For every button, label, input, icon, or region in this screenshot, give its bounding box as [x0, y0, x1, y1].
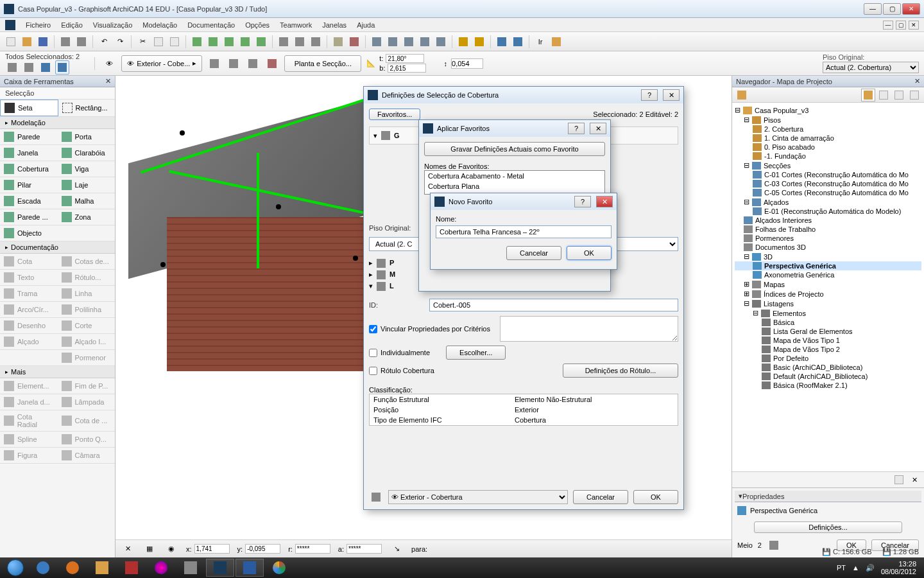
tool-cota[interactable]: Cota [0, 254, 58, 269]
fav-item-0[interactable]: Cobertura Acabamento - Metal [425, 171, 604, 181]
tb-tool-5[interactable] [254, 35, 268, 49]
tb-render[interactable] [511, 35, 525, 49]
menu-ajuda[interactable]: Ajuda [352, 19, 380, 31]
tool-clarabia[interactable]: Clarabóia [58, 145, 116, 161]
prop-toggle[interactable] [767, 538, 781, 552]
ib-mode-1[interactable] [207, 57, 221, 71]
dlg-settings-close[interactable]: ✕ [663, 89, 680, 101]
tree-list-item[interactable]: Default (ArchiCAD_Biblioteca) [735, 372, 921, 381]
sb-x[interactable] [194, 544, 230, 554]
sb-arrow-icon[interactable]: ↘ [389, 542, 404, 556]
tree-section[interactable]: C-03 Cortes (Reconstrução Automática do … [735, 179, 921, 188]
tool-linha[interactable]: Linha [58, 286, 116, 301]
gravar-favorito-button[interactable]: Gravar Definições Actuais como Favorito [424, 142, 605, 156]
ib-mode-3[interactable] [246, 57, 260, 71]
tb-undo[interactable]: ↶ [97, 35, 111, 49]
tree-3d[interactable]: ⊟3D [735, 252, 921, 261]
tb-new[interactable] [4, 35, 18, 49]
dlg-settings-help[interactable]: ? [641, 89, 658, 101]
tree-section[interactable]: C-01 Cortes (Reconstrução Automática do … [735, 170, 921, 179]
tree-floor[interactable]: 0. Piso acabado [735, 143, 921, 152]
mdi-minimize[interactable]: — [883, 21, 893, 30]
tb-tool-2[interactable] [206, 35, 220, 49]
vinc-checkbox[interactable] [369, 325, 377, 333]
cat-documentacao[interactable]: Documentação [0, 241, 115, 254]
task-ie[interactable] [29, 559, 57, 577]
tree-list-item[interactable]: Lista Geral de Elementos [735, 327, 921, 336]
tree-elevation[interactable]: E-01 (Reconstrução Automática do Modelo) [735, 207, 921, 216]
tool-janela[interactable]: Janela [0, 145, 58, 161]
tree-list-item[interactable]: Mapa de Vãos Tipo 1 [735, 336, 921, 345]
tool-trama[interactable]: Trama [0, 286, 58, 301]
task-word[interactable] [235, 559, 264, 577]
tool-aladoi[interactable]: Alçado I... [58, 334, 116, 349]
new-ok[interactable]: OK [567, 246, 612, 260]
tool-rtulo[interactable]: Rótulo... [58, 270, 116, 285]
tb-pen[interactable] [347, 35, 361, 49]
dlg-new-help[interactable]: ? [574, 196, 591, 207]
nav-bottom-1[interactable] [892, 473, 906, 486]
tool-polilinha[interactable]: Polilinha [58, 302, 116, 317]
ib-eye-icon[interactable]: 👁 [102, 57, 116, 71]
tool-porta[interactable]: Porta [58, 129, 116, 144]
class-row[interactable]: Função EstruturalElemento Não-Estrutural [370, 394, 678, 405]
tree-section[interactable]: C-05 Cortes (Reconstrução Automática do … [735, 188, 921, 197]
ib-mode-4[interactable] [265, 57, 279, 71]
offset-input[interactable] [451, 58, 483, 69]
tool-corte[interactable]: Corte [58, 318, 116, 333]
tree-floor[interactable]: 2. Cobertura [735, 125, 921, 134]
indiv-checkbox[interactable] [369, 349, 377, 357]
tree-list-item[interactable]: Por Defeito [735, 354, 921, 363]
menu-ficheiro[interactable]: Ficheiro [21, 19, 56, 31]
tree-folhas[interactable]: Folhas de Trabalho [735, 225, 921, 234]
settings-ok[interactable]: OK [633, 490, 678, 504]
tree-perspectiva[interactable]: Perspectiva Genérica [735, 261, 921, 270]
nav-tab-1[interactable] [861, 89, 875, 101]
favoritos-button[interactable]: Favoritos... [369, 109, 420, 120]
sb-snap-icon[interactable]: ◉ [164, 542, 178, 556]
tool-pormenor[interactable]: Pormenor [58, 350, 116, 365]
sb-a[interactable] [346, 544, 382, 554]
tb-save[interactable] [36, 35, 50, 49]
tool-parede[interactable]: Parede [0, 129, 58, 144]
tb-misc-c[interactable] [402, 35, 416, 49]
tray-clock[interactable]: 13:28 08/08/2012 [881, 560, 916, 575]
navigator-tree[interactable]: ⊟Casa Popular_v3 ⊟Pisos 2. Cobertura1. C… [732, 103, 924, 471]
minimize-button[interactable]: — [864, 3, 882, 15]
tb-layer[interactable] [331, 35, 345, 49]
task-explorer[interactable] [88, 559, 116, 577]
tool-cmara[interactable]: Câmara [58, 448, 116, 463]
tb-misc-e[interactable] [434, 35, 448, 49]
tool-cotaradial[interactable]: Cota Radial [0, 410, 58, 431]
sect-m[interactable]: M [389, 270, 395, 279]
ib-mode-2[interactable] [227, 57, 241, 71]
tool-laje[interactable]: Laje [58, 177, 116, 193]
menu-opcoes[interactable]: Opções [240, 19, 275, 31]
task-media[interactable] [58, 559, 87, 577]
tool-malha[interactable]: Malha [58, 193, 116, 209]
tb-redo[interactable]: ↷ [113, 35, 127, 49]
tree-list-item[interactable]: Mapa de Vãos Tipo 2 [735, 345, 921, 354]
sb-grid-icon[interactable]: ▦ [142, 542, 157, 556]
sb-cross-icon[interactable]: ✕ [121, 542, 135, 556]
def-rotulo-button[interactable]: Definições do Rótulo... [563, 363, 678, 378]
cat-modelacao[interactable]: Modelação [0, 117, 115, 129]
tool-viga[interactable]: Viga [58, 161, 116, 177]
tool-escada[interactable]: Escada [0, 193, 58, 209]
tree-doc3d[interactable]: Documentos 3D [735, 243, 921, 252]
ib-geom-1[interactable] [5, 60, 19, 74]
bottom-layer-icon[interactable] [369, 490, 383, 504]
tree-pormen[interactable]: Pormenores [735, 234, 921, 243]
dlg-fav-close[interactable]: ✕ [590, 123, 606, 134]
menu-edicao[interactable]: Edição [56, 19, 88, 31]
tb-view-1[interactable] [277, 35, 291, 49]
nav-tab-2[interactable] [877, 89, 891, 101]
tree-seccoes[interactable]: ⊟Secções [735, 161, 921, 170]
tree-list-item[interactable]: Basic (ArchiCAD_Biblioteca) [735, 363, 921, 372]
settings-cancel[interactable]: Cancelar [573, 490, 628, 504]
start-button[interactable] [3, 558, 28, 577]
menu-modelacao[interactable]: Modelação [137, 19, 182, 31]
tree-indices[interactable]: ⊞Índices de Projecto [735, 289, 921, 299]
tool-parede[interactable]: Parede ... [0, 209, 58, 225]
tree-floor[interactable]: 1. Cinta de amarração [735, 134, 921, 143]
